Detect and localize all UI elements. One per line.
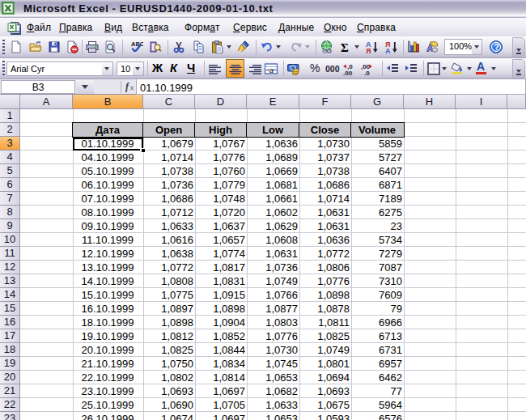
svg-text:,00: ,00 [343,70,353,76]
svg-text:,0: ,0 [364,70,370,76]
svg-text:А: А [385,47,391,53]
svg-text:Σ: Σ [341,41,349,54]
svg-text:a: a [269,66,274,74]
svg-text:ABC: ABC [131,40,143,48]
svg-text:?: ? [494,42,498,52]
svg-text:Я: Я [366,47,371,53]
